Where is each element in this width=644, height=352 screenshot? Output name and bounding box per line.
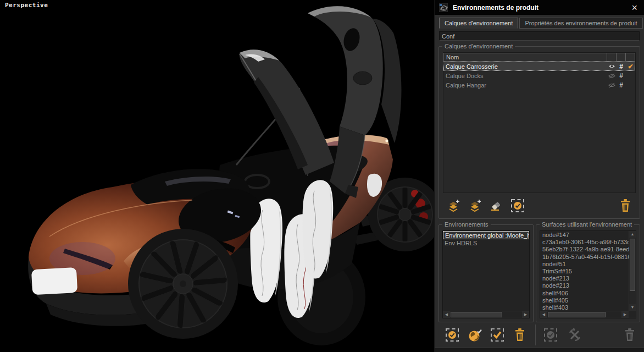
layers-table-empty-area[interactable] bbox=[443, 90, 635, 193]
select-check-circle-icon-disabled bbox=[543, 327, 558, 343]
add-environment-sublayer-button[interactable] bbox=[467, 198, 482, 213]
surfaces-vscrollbar[interactable]: ▲ ▼ bbox=[629, 231, 636, 311]
viewport-3d[interactable]: Perspective bbox=[0, 0, 434, 352]
layers-table: Nom Calque Carrosserie # ✔ Calque Docks bbox=[443, 52, 636, 193]
license-plate bbox=[31, 267, 77, 295]
cross-circle-icon-disabled bbox=[567, 327, 582, 343]
visibility-toggle[interactable] bbox=[607, 73, 617, 79]
panel-tabbar: Calques d'environnement Propriétés des e… bbox=[439, 18, 640, 29]
layer-name: Calque Carrosserie bbox=[443, 63, 607, 70]
surface-item[interactable]: shell#406 bbox=[542, 290, 629, 297]
trash-icon-disabled bbox=[624, 328, 636, 342]
panel-title: Environnements de produit bbox=[453, 4, 538, 12]
layers-toolbar bbox=[446, 197, 633, 215]
surface-item[interactable]: node#51 bbox=[542, 261, 629, 268]
delete-surface-button-disabled[interactable] bbox=[622, 327, 637, 343]
scroll-right-button[interactable]: ▶ bbox=[522, 311, 529, 318]
environments-hscrollbar[interactable]: ◀ ▶ bbox=[443, 311, 529, 318]
environment-item-hdrls[interactable]: Env HDRLS bbox=[443, 239, 529, 248]
surfaces-toolbar bbox=[543, 326, 637, 344]
layer-name: Calque Docks bbox=[443, 73, 607, 79]
apply-environment-button[interactable] bbox=[490, 327, 505, 343]
surface-item[interactable]: TrimSrf#15 bbox=[542, 268, 629, 275]
environments-list: Environnement global :Moofe_hangar Env H… bbox=[442, 230, 530, 318]
panel-bottom-strip bbox=[435, 348, 644, 352]
surface-item[interactable]: shell#403 bbox=[542, 304, 629, 311]
conf-field[interactable]: Conf bbox=[439, 31, 640, 41]
column-header-active[interactable] bbox=[626, 53, 635, 62]
panel-titlebar[interactable]: Environnements de produit × bbox=[435, 0, 644, 15]
trash-icon bbox=[619, 199, 631, 213]
layer-name: Calque Hangar bbox=[443, 82, 607, 89]
tab-calques-environnement[interactable]: Calques d'environnement bbox=[439, 18, 518, 29]
active-check-icon[interactable]: ✔ bbox=[626, 63, 635, 70]
select-layer-objects-button[interactable] bbox=[510, 198, 525, 213]
select-check-icon bbox=[490, 327, 505, 343]
scrollbar-thumb[interactable] bbox=[548, 312, 606, 317]
environments-group-legend: Environnements bbox=[442, 221, 491, 228]
scrollbar-thumb[interactable] bbox=[451, 312, 502, 317]
delete-environment-button[interactable] bbox=[512, 327, 528, 343]
column-header-visibility[interactable] bbox=[607, 53, 617, 62]
column-header-hash[interactable] bbox=[617, 53, 626, 62]
select-check-circle-icon bbox=[445, 327, 460, 343]
close-icon[interactable]: × bbox=[629, 4, 640, 12]
add-sublayer-icon bbox=[468, 199, 482, 213]
hash-icon[interactable]: # bbox=[617, 63, 626, 70]
scroll-right-button[interactable]: ▶ bbox=[621, 311, 629, 318]
scroll-up-button[interactable]: ▲ bbox=[629, 231, 636, 238]
scrollbar-track[interactable] bbox=[450, 311, 522, 318]
environments-group: Environnements Environnement global :Moo… bbox=[438, 224, 534, 322]
surfaces-group: Surfaces utilisant l'environnement node#… bbox=[536, 224, 640, 322]
environments-panel-icon bbox=[439, 3, 448, 12]
scroll-down-button[interactable]: ▼ bbox=[629, 304, 636, 311]
column-header-nom[interactable]: Nom bbox=[443, 53, 607, 62]
scrollbar-track[interactable] bbox=[547, 311, 621, 318]
layer-row-docks[interactable]: Calque Docks # bbox=[443, 71, 635, 80]
hash-icon[interactable]: # bbox=[617, 81, 626, 89]
surfaces-group-legend: Surfaces utilisant l'environnement bbox=[540, 221, 634, 228]
surface-item[interactable]: node#147 bbox=[542, 232, 629, 239]
delete-layer-button[interactable] bbox=[618, 198, 633, 213]
eye-icon bbox=[608, 64, 615, 69]
visibility-toggle[interactable] bbox=[607, 64, 617, 69]
scroll-left-button[interactable]: ◀ bbox=[443, 311, 450, 318]
scroll-left-button[interactable]: ◀ bbox=[540, 311, 547, 318]
surfaces-hscrollbar[interactable]: ◀ ▶ bbox=[540, 311, 629, 318]
surface-item[interactable]: node#213 bbox=[542, 275, 629, 282]
scrollbar-thumb[interactable] bbox=[630, 239, 635, 291]
car-render bbox=[0, 0, 434, 352]
surface-item[interactable]: c73a1eb0-3061-4f5c-a99f-b733c922 bbox=[542, 239, 629, 246]
eye-slash-icon bbox=[608, 73, 615, 79]
tab-proprietes-environnements[interactable]: Propriétés des environnements de produit bbox=[519, 18, 642, 29]
surfaces-list: node#147 c73a1eb0-3061-4f5c-a99f-b733c92… bbox=[540, 230, 636, 318]
add-environment-layer-button[interactable] bbox=[446, 198, 461, 213]
add-layer-icon bbox=[446, 199, 460, 213]
surface-item[interactable]: 1b76b205-57a0-454f-b15f-088169e0 bbox=[542, 254, 629, 261]
visibility-toggle[interactable] bbox=[607, 82, 617, 88]
toolbar-divider bbox=[535, 324, 536, 345]
layers-group-legend: Calques d'environnement bbox=[442, 43, 515, 50]
layers-table-header: Nom bbox=[443, 53, 635, 62]
eye-slash-icon bbox=[608, 82, 615, 88]
layer-row-carrosserie[interactable]: Calque Carrosserie # ✔ bbox=[443, 62, 635, 71]
environment-item-global[interactable]: Environnement global :Moofe_hangar bbox=[443, 231, 529, 239]
surfaces-items: node#147 c73a1eb0-3061-4f5c-a99f-b733c92… bbox=[540, 231, 629, 311]
set-global-environment-button[interactable] bbox=[467, 327, 482, 343]
select-check-circle-icon bbox=[510, 198, 525, 213]
surface-item[interactable]: node#213 bbox=[542, 282, 629, 289]
eraser-icon bbox=[489, 199, 503, 213]
select-environment-objects-button[interactable] bbox=[445, 327, 460, 343]
remove-surface-assignment-button-disabled[interactable] bbox=[567, 327, 582, 343]
globe-check-icon bbox=[468, 328, 482, 343]
surface-item[interactable]: 56eb2b7f-1322-4a9b-ae91-8eeda494 bbox=[542, 246, 629, 253]
hash-icon[interactable]: # bbox=[617, 72, 626, 80]
front-wheel bbox=[128, 229, 238, 339]
select-surface-objects-button-disabled[interactable] bbox=[543, 327, 558, 343]
surface-item[interactable]: shell#405 bbox=[542, 297, 629, 304]
clear-assignment-button[interactable] bbox=[488, 198, 504, 213]
viewport-label[interactable]: Perspective bbox=[5, 2, 48, 9]
layers-group: Calques d'environnement Nom Calque Carro… bbox=[438, 46, 640, 219]
layer-row-hangar[interactable]: Calque Hangar # bbox=[443, 80, 635, 90]
trash-icon bbox=[514, 328, 526, 342]
